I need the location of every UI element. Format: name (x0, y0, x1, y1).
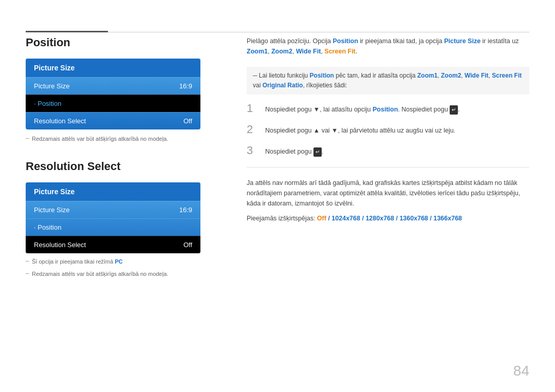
enter-icon-3: ↵ (313, 147, 322, 157)
position-row-resolution: Resolution Select Off (26, 112, 200, 129)
resolution-paragraph: Ja attēls nav normāls arī tādā gadījumā,… (247, 178, 529, 209)
step-number-2: 2 (247, 124, 257, 135)
right-column-inner: Pielāgo attēla pozīciju. Opcija Position… (247, 21, 529, 222)
step-number-1: 1 (247, 103, 257, 114)
step-2: 2 Nospiediet pogu ▲ vai ▼, lai pārvietot… (247, 124, 529, 136)
position-card: Picture Size Picture Size 16:9 · Positio… (26, 59, 200, 129)
step-text-3: Nospiediet pogu ↵. (265, 145, 323, 157)
step-number-3: 3 (247, 145, 257, 156)
zoom1-note-highlight: Zoom1 (417, 72, 437, 79)
resolution-row-picture-size: Picture Size 16:9 (26, 201, 200, 218)
widefit-highlight: Wide Fit (296, 48, 321, 55)
resolution-model-note: Redzamais attēls var būt atšķirīgs atkar… (26, 271, 216, 277)
resolution-value-1: Off (183, 117, 192, 125)
resolution-select-label: Resolution Select (34, 241, 86, 249)
position-highlight-2: Picture Size (444, 38, 480, 45)
position-card-header: Picture Size (26, 59, 200, 77)
position-section: Position Picture Size Picture Size 16:9 … (26, 36, 216, 142)
position-label: · Position (34, 100, 61, 107)
screenfit-highlight: Screen Fit (324, 48, 355, 55)
accent-divider (26, 31, 108, 32)
left-column: Position Picture Size Picture Size 16:9 … (26, 21, 216, 377)
position-note-block: ─ Lai lietotu funkciju Position pēc tam,… (247, 67, 529, 95)
res-picture-size-label: Picture Size (34, 206, 69, 214)
resolution-card-header: Picture Size (26, 182, 200, 201)
res-opt-values: / 1024x768 / 1280x768 / 1360x768 / 1366x… (328, 215, 462, 222)
position-highlight-1: Position (332, 38, 358, 45)
position-right-block: Pielāgo attēla pozīciju. Opcija Position… (247, 36, 529, 57)
step-text-2: Nospiediet pogu ▲ vai ▼, lai pārvietotu … (265, 124, 455, 136)
resolution-right-block: Ja attēls nav normāls arī tādā gadījumā,… (247, 178, 529, 222)
position-note-text: ─ Lai lietotu funkciju Position pēc tam,… (253, 71, 523, 90)
steps-list: 1 Nospiediet pogu ▼, lai atlasītu opciju… (247, 103, 529, 157)
step1-position-highlight: Position (373, 106, 398, 113)
position-note: Redzamais attēls var būt atšķirīgs atkar… (26, 136, 216, 142)
position-row-picture-size: Picture Size 16:9 (26, 77, 200, 95)
page-number: 84 (513, 363, 529, 379)
pc-highlight: PC (115, 258, 122, 265)
right-column: Pielāgo attēla pozīciju. Opcija Position… (236, 21, 529, 377)
right-divider (247, 167, 529, 167)
step-1: 1 Nospiediet pogu ▼, lai atlasītu opciju… (247, 103, 529, 115)
position-title: Position (26, 36, 216, 49)
position-paragraph: Pielāgo attēla pozīciju. Opcija Position… (247, 36, 529, 57)
resolution-label-1: Resolution Select (34, 117, 86, 125)
position-row-position: · Position (26, 95, 200, 112)
zoom2-highlight: Zoom2 (271, 48, 292, 55)
resolution-title: Resolution Select (26, 160, 216, 173)
step-text-1: Nospiediet pogu ▼, lai atlasītu opciju P… (265, 103, 460, 115)
resolution-options: Pieejamās izšķirtspējas: Off / 1024x768 … (247, 215, 529, 222)
picture-size-value: 16:9 (179, 82, 192, 90)
zoom2-note-highlight: Zoom2 (441, 72, 461, 79)
zoom1-highlight: Zoom1 (247, 48, 268, 55)
resolution-pc-note: Šī opcija ir pieejama tikai režīmā PC (26, 258, 216, 265)
screenfit-note-highlight: Screen Fit (492, 72, 522, 79)
resolution-row-position: · Position (26, 218, 200, 236)
resolution-select-value: Off (183, 241, 192, 249)
resolution-card: Picture Size Picture Size 16:9 · Positio… (26, 182, 200, 253)
resolution-row-resolution: Resolution Select Off (26, 236, 200, 253)
res-position-label: · Position (34, 223, 61, 231)
widefit-note-highlight: Wide Fit (465, 72, 489, 79)
originalratio-highlight: Original Ratio (263, 82, 303, 89)
enter-icon-1: ↵ (450, 105, 458, 115)
picture-size-label: Picture Size (34, 82, 69, 90)
step-3: 3 Nospiediet pogu ↵. (247, 145, 529, 157)
res-picture-size-value: 16:9 (179, 206, 192, 214)
resolution-section: Resolution Select Picture Size Picture S… (26, 160, 216, 277)
pos-func-highlight: Position (310, 72, 334, 79)
res-opt-off: Off (317, 215, 326, 222)
